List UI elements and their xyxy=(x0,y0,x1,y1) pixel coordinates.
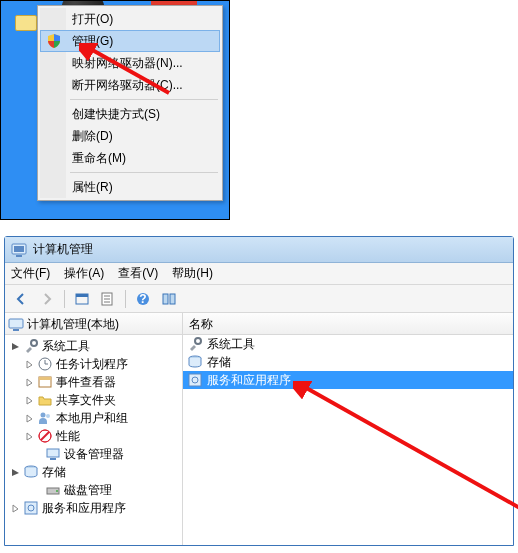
tree-header-label: 计算机管理(本地) xyxy=(27,317,119,331)
shared-folder-icon xyxy=(37,392,53,408)
tree: 系统工具 任务计划程序 事件查看器 共享文件夹 xyxy=(5,335,182,519)
list-header-name[interactable]: 名称 xyxy=(183,313,513,335)
toolbar-show-hide-button[interactable] xyxy=(157,288,181,310)
ctx-disconnect-drive[interactable]: 断开网络驱动器(C)... xyxy=(40,74,220,96)
tree-performance[interactable]: 性能 xyxy=(5,427,182,445)
menu-view[interactable]: 查看(V) xyxy=(118,265,158,282)
storage-icon xyxy=(187,354,203,370)
toolbar-help-button[interactable]: ? xyxy=(131,288,155,310)
tree-services-apps-label: 服务和应用程序 xyxy=(42,499,126,517)
toolbar-forward-button[interactable] xyxy=(35,288,59,310)
computer-mgmt-icon xyxy=(8,316,24,332)
tree-event-viewer-label: 事件查看器 xyxy=(56,373,116,391)
ctx-properties-label: 属性(R) xyxy=(72,180,113,194)
storage-icon xyxy=(23,464,39,480)
tree-shared-folders[interactable]: 共享文件夹 xyxy=(5,391,182,409)
performance-icon xyxy=(37,428,53,444)
ctx-delete[interactable]: 删除(D) xyxy=(40,125,220,147)
ctx-manage[interactable]: 管理(G) xyxy=(40,30,220,52)
ctx-separator-2 xyxy=(70,172,218,173)
tree-device-manager[interactable]: 设备管理器 xyxy=(5,445,182,463)
ctx-create-shortcut[interactable]: 创建快捷方式(S) xyxy=(40,103,220,125)
menu-action[interactable]: 操作(A) xyxy=(64,265,104,282)
ctx-map-drive[interactable]: 映射网络驱动器(N)... xyxy=(40,52,220,74)
tree-services-apps[interactable]: 服务和应用程序 xyxy=(5,499,182,517)
annotation-arrow-2 xyxy=(293,381,518,531)
expander-closed-icon[interactable] xyxy=(23,358,35,370)
expander-closed-icon[interactable] xyxy=(23,376,35,388)
svg-rect-13 xyxy=(170,294,175,304)
computer-management-window: 计算机管理 文件(F) 操作(A) 查看(V) 帮助(H) ? xyxy=(4,236,514,546)
toolbar-properties-button[interactable] xyxy=(96,288,120,310)
ctx-disconnect-drive-label: 断开网络驱动器(C)... xyxy=(72,78,183,92)
services-icon xyxy=(187,372,203,388)
list-row-storage[interactable]: 存储 xyxy=(183,353,513,371)
list-row-storage-label: 存储 xyxy=(207,353,231,371)
list-row-system-tools-label: 系统工具 xyxy=(207,335,255,353)
tree-disk-management[interactable]: 磁盘管理 xyxy=(5,481,182,499)
ctx-rename[interactable]: 重命名(M) xyxy=(40,147,220,169)
expander-closed-icon[interactable] xyxy=(23,394,35,406)
services-icon xyxy=(23,500,39,516)
svg-rect-34 xyxy=(189,374,201,386)
toolbar: ? xyxy=(5,285,513,313)
svg-rect-30 xyxy=(25,502,37,514)
tree-system-tools[interactable]: 系统工具 xyxy=(5,337,182,355)
menubar: 文件(F) 操作(A) 查看(V) 帮助(H) xyxy=(5,263,513,285)
tree-shared-folders-label: 共享文件夹 xyxy=(56,391,116,409)
tools-icon xyxy=(187,336,203,352)
ctx-open[interactable]: 打开(O) xyxy=(40,8,220,30)
expander-closed-icon[interactable] xyxy=(9,502,21,514)
list-row-services-apps[interactable]: 服务和应用程序 xyxy=(183,371,513,389)
svg-rect-5 xyxy=(76,294,88,297)
tree-local-users[interactable]: 本地用户和组 xyxy=(5,409,182,427)
tree-task-scheduler-label: 任务计划程序 xyxy=(56,355,128,373)
ctx-rename-label: 重命名(M) xyxy=(72,151,126,165)
ctx-delete-label: 删除(D) xyxy=(72,129,113,143)
ctx-manage-label: 管理(G) xyxy=(72,34,113,48)
menu-help[interactable]: 帮助(H) xyxy=(172,265,213,282)
tree-system-tools-label: 系统工具 xyxy=(42,337,90,355)
context-menu: 打开(O) 管理(G) 映射网络驱动器(N)... 断开网络驱动器(C)... … xyxy=(37,5,223,201)
tree-storage-label: 存储 xyxy=(42,463,66,481)
svg-rect-19 xyxy=(39,377,51,380)
shield-icon xyxy=(47,34,61,48)
svg-point-16 xyxy=(31,340,37,346)
toolbar-up-button[interactable] xyxy=(70,288,94,310)
tree-local-users-label: 本地用户和组 xyxy=(56,409,128,427)
desktop-background: 打开(O) 管理(G) 映射网络驱动器(N)... 断开网络驱动器(C)... … xyxy=(0,0,230,220)
svg-rect-2 xyxy=(14,246,24,252)
svg-text:?: ? xyxy=(139,292,146,306)
list-pane: 名称 系统工具 存储 服务和应用程序 xyxy=(183,313,513,545)
titlebar[interactable]: 计算机管理 xyxy=(5,237,513,263)
list-row-system-tools[interactable]: 系统工具 xyxy=(183,335,513,353)
desktop-folder-icon xyxy=(15,15,37,31)
disk-icon xyxy=(45,482,61,498)
menu-file[interactable]: 文件(F) xyxy=(11,265,50,282)
ctx-map-drive-label: 映射网络驱动器(N)... xyxy=(72,56,183,70)
ctx-open-label: 打开(O) xyxy=(72,12,113,26)
expander-open-icon[interactable] xyxy=(9,466,21,478)
svg-point-21 xyxy=(46,414,50,418)
tree-task-scheduler[interactable]: 任务计划程序 xyxy=(5,355,182,373)
toolbar-separator-1 xyxy=(64,290,65,308)
toolbar-separator-2 xyxy=(125,290,126,308)
expander-closed-icon[interactable] xyxy=(23,430,35,442)
svg-line-36 xyxy=(301,385,518,521)
svg-point-20 xyxy=(41,413,46,418)
tree-storage[interactable]: 存储 xyxy=(5,463,182,481)
tree-pane: 计算机管理(本地) 系统工具 任务计划程序 事件查看器 xyxy=(5,313,183,545)
ctx-separator-1 xyxy=(70,99,218,100)
tree-header[interactable]: 计算机管理(本地) xyxy=(5,313,182,335)
list-body: 系统工具 存储 服务和应用程序 xyxy=(183,335,513,389)
tools-icon xyxy=(23,338,39,354)
expander-closed-icon[interactable] xyxy=(23,412,35,424)
ctx-properties[interactable]: 属性(R) xyxy=(40,176,220,198)
svg-rect-15 xyxy=(13,329,19,331)
svg-point-32 xyxy=(195,338,201,344)
expander-open-icon[interactable] xyxy=(9,340,21,352)
content-panes: 计算机管理(本地) 系统工具 任务计划程序 事件查看器 xyxy=(5,313,513,545)
tree-event-viewer[interactable]: 事件查看器 xyxy=(5,373,182,391)
device-icon xyxy=(45,446,61,462)
toolbar-back-button[interactable] xyxy=(9,288,33,310)
